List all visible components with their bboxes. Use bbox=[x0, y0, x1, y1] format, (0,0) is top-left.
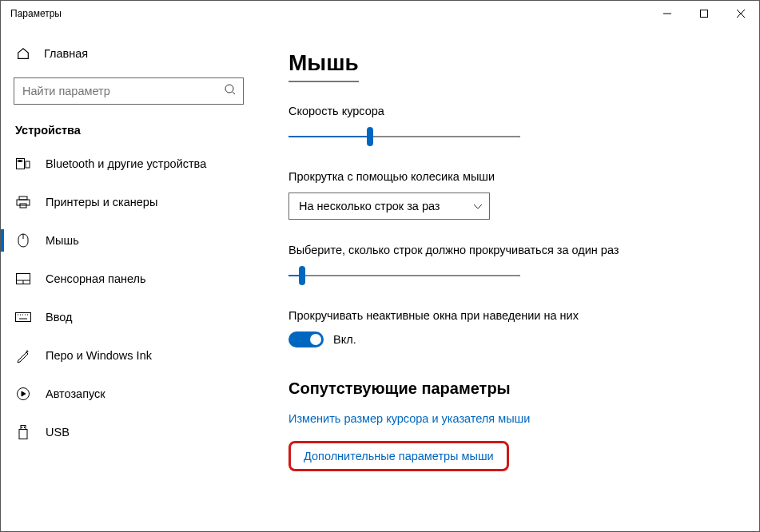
svg-rect-11 bbox=[17, 200, 30, 205]
scroll-dropdown[interactable]: На несколько строк за раз bbox=[288, 193, 490, 220]
nav-printers[interactable]: Принтеры и сканеры bbox=[1, 183, 257, 221]
inactive-label: Прокручивать неактивные окна при наведен… bbox=[288, 309, 759, 322]
section-header: Устройства bbox=[1, 105, 257, 145]
related-heading: Сопутствующие параметры bbox=[288, 379, 759, 398]
additional-mouse-link[interactable]: Дополнительные параметры мыши bbox=[304, 450, 494, 463]
home-nav[interactable]: Главная bbox=[1, 38, 257, 69]
inactive-scroll-block: Прокручивать неактивные окна при наведен… bbox=[288, 309, 759, 347]
nav-label: Мышь bbox=[46, 234, 79, 247]
window-title: Параметры bbox=[10, 8, 649, 19]
cursor-speed-block: Скорость курсора bbox=[288, 105, 759, 146]
svg-rect-8 bbox=[21, 161, 22, 162]
nav-label: Перо и Windows Ink bbox=[46, 349, 152, 362]
page-title: Мышь bbox=[288, 50, 359, 82]
autoplay-icon bbox=[15, 387, 31, 401]
nav-label: Сенсорная панель bbox=[46, 272, 146, 285]
window-controls bbox=[649, 1, 759, 26]
mouse-icon bbox=[15, 233, 31, 248]
search-box[interactable] bbox=[14, 77, 244, 105]
nav-label: Ввод bbox=[46, 311, 72, 324]
nav-touchpad[interactable]: Сенсорная панель bbox=[1, 260, 257, 298]
lines-label: Выберите, сколько строк должно прокручив… bbox=[288, 244, 759, 256]
scroll-label: Прокрутка с помощью колесика мыши bbox=[288, 170, 759, 183]
nav-pen[interactable]: Перо и Windows Ink bbox=[1, 336, 257, 375]
svg-point-4 bbox=[225, 85, 233, 93]
nav-typing[interactable]: Ввод bbox=[1, 298, 257, 336]
search-icon bbox=[224, 83, 237, 99]
titlebar: Параметры bbox=[1, 1, 759, 26]
svg-rect-18 bbox=[16, 313, 31, 322]
nav-mouse[interactable]: Мышь bbox=[1, 221, 257, 260]
minimize-button[interactable] bbox=[649, 1, 686, 26]
maximize-button[interactable] bbox=[686, 1, 722, 26]
lines-block: Выберите, сколько строк должно прокручив… bbox=[288, 244, 759, 285]
nav-label: Bluetooth и другие устройства bbox=[46, 157, 206, 170]
svg-rect-27 bbox=[21, 426, 26, 430]
nav-usb[interactable]: USB bbox=[1, 413, 257, 451]
highlight-annotation: Дополнительные параметры мыши bbox=[288, 441, 509, 471]
cursor-speed-slider[interactable] bbox=[288, 127, 520, 146]
nav-label: Принтеры и сканеры bbox=[46, 196, 157, 208]
toggle-state-label: Вкл. bbox=[333, 333, 356, 346]
printer-icon bbox=[15, 196, 31, 208]
usb-icon bbox=[15, 425, 31, 439]
chevron-down-icon bbox=[473, 200, 483, 212]
nav-bluetooth[interactable]: Bluetooth и другие устройства bbox=[1, 145, 257, 183]
close-button[interactable] bbox=[722, 1, 759, 26]
lines-slider[interactable] bbox=[288, 266, 520, 285]
pen-icon bbox=[15, 348, 31, 363]
search-input[interactable] bbox=[22, 85, 224, 97]
svg-rect-1 bbox=[701, 10, 708, 18]
svg-line-5 bbox=[233, 92, 235, 94]
nav-label: Автозапуск bbox=[46, 387, 105, 400]
nav-autoplay[interactable]: Автозапуск bbox=[1, 375, 257, 413]
home-label: Главная bbox=[44, 47, 88, 60]
home-icon bbox=[15, 46, 31, 61]
inactive-toggle[interactable] bbox=[288, 332, 324, 347]
cursor-size-link[interactable]: Изменить размер курсора и указателя мыши bbox=[288, 412, 759, 425]
scroll-wheel-block: Прокрутка с помощью колесика мыши На нес… bbox=[288, 170, 759, 220]
keyboard-icon bbox=[15, 312, 31, 322]
touchpad-icon bbox=[15, 273, 31, 284]
svg-rect-7 bbox=[18, 161, 20, 162]
cursor-speed-label: Скорость курсора bbox=[288, 105, 759, 117]
devices-icon bbox=[15, 158, 31, 169]
content-area: Мышь Скорость курсора Прокрутка с помощь… bbox=[257, 26, 759, 531]
dropdown-value: На несколько строк за раз bbox=[299, 200, 440, 212]
svg-point-25 bbox=[26, 351, 28, 352]
svg-rect-9 bbox=[26, 161, 30, 168]
nav-label: USB bbox=[46, 426, 70, 439]
sidebar: Главная Устройства Bluetooth и другие ус… bbox=[1, 26, 257, 531]
svg-rect-28 bbox=[19, 430, 27, 439]
svg-rect-10 bbox=[19, 197, 27, 200]
